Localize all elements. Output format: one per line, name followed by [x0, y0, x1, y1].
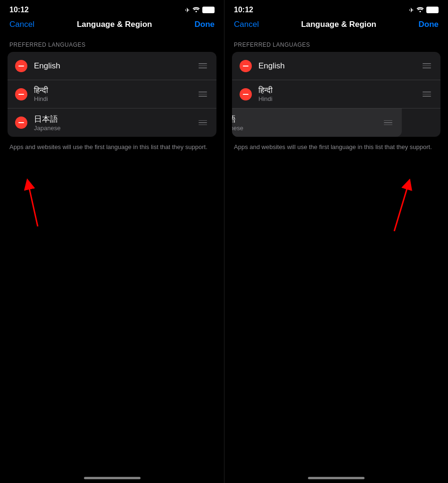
- hindi-name-primary-right: हिन्दी: [258, 86, 421, 95]
- wifi-icon-right: [416, 7, 424, 14]
- remove-hindi-right[interactable]: [240, 88, 252, 100]
- svg-point-0: [196, 11, 197, 12]
- battery-icon-right: 37: [426, 7, 439, 13]
- status-icons-right: ✈ 37: [409, 7, 439, 14]
- language-list-left: English हिन्दी Hindi 日: [8, 52, 216, 137]
- language-item-english-right[interactable]: English: [232, 52, 440, 80]
- done-button-right[interactable]: Done: [418, 20, 439, 29]
- hint-text-right: Apps and websites will use the first lan…: [224, 137, 448, 152]
- language-list-right: English हिन्दी Hindi 本: [232, 52, 440, 137]
- airplane-icon: ✈: [185, 7, 190, 14]
- japanese-name-secondary-right: apanese: [232, 125, 382, 132]
- drag-handle-hindi-right[interactable]: [421, 90, 433, 99]
- hindi-name-primary-left: हिन्दी: [34, 86, 197, 95]
- battery-icon-left: 37: [202, 7, 215, 13]
- japanese-name-primary-right: 本語: [232, 114, 382, 125]
- remove-english-left[interactable]: [15, 60, 27, 72]
- drag-handle-english-right[interactable]: [421, 61, 433, 70]
- japanese-name-primary-left: 日本語: [34, 114, 197, 125]
- language-item-hindi-right[interactable]: हिन्दी Hindi: [232, 80, 440, 108]
- status-icons-left: ✈ 37: [185, 7, 215, 14]
- home-indicator-right: [308, 477, 365, 479]
- hindi-name-secondary-left: Hindi: [34, 95, 197, 102]
- language-item-japanese-right[interactable]: 本語 apanese Delete: [232, 108, 402, 137]
- status-bar-right: 10:12 ✈ 37: [224, 0, 448, 17]
- english-name-left: English: [34, 61, 197, 71]
- section-header-left: PREFERRED LANGUAGES: [0, 34, 224, 52]
- cancel-button-right[interactable]: Cancel: [234, 20, 259, 29]
- language-item-japanese-left[interactable]: 日本語 Japanese: [8, 108, 216, 137]
- nav-bar-left: Cancel Language & Region Done: [0, 17, 224, 34]
- drag-handle-hindi-left[interactable]: [197, 90, 209, 99]
- status-time-left: 10:12: [9, 6, 29, 14]
- right-panel: 10:12 ✈ 37 Cancel Language & Region Done…: [224, 0, 448, 483]
- hindi-text-right: हिन्दी Hindi: [258, 86, 421, 102]
- nav-bar-right: Cancel Language & Region Done: [224, 17, 448, 34]
- english-text-left: English: [34, 61, 197, 71]
- english-name-right: English: [258, 61, 421, 71]
- drag-handle-english-left[interactable]: [197, 61, 209, 70]
- hindi-name-secondary-right: Hindi: [258, 95, 421, 102]
- hint-text-left: Apps and websites will use the first lan…: [0, 137, 224, 152]
- wifi-icon: [192, 7, 200, 14]
- status-time-right: 10:12: [234, 6, 253, 14]
- home-indicator-left: [84, 477, 141, 479]
- page-title-right: Language & Region: [301, 20, 376, 29]
- remove-japanese-left[interactable]: [15, 117, 27, 129]
- left-panel: 10:12 ✈ 37 Cancel Language & Region Done…: [0, 0, 224, 483]
- status-bar-left: 10:12 ✈ 37: [0, 0, 224, 17]
- language-item-hindi-left[interactable]: हिन्दी Hindi: [8, 80, 216, 108]
- japanese-text-right: 本語 apanese: [232, 114, 382, 132]
- japanese-name-secondary-left: Japanese: [34, 125, 197, 132]
- page-title-left: Language & Region: [77, 20, 152, 29]
- remove-hindi-left[interactable]: [15, 88, 27, 100]
- drag-handle-japanese-right[interactable]: [382, 118, 394, 127]
- english-text-right: English: [258, 61, 421, 71]
- done-button-left[interactable]: Done: [194, 20, 215, 29]
- section-header-right: PREFERRED LANGUAGES: [224, 34, 448, 52]
- hindi-text-left: हिन्दी Hindi: [34, 86, 197, 102]
- language-item-english-left[interactable]: English: [8, 52, 216, 80]
- cancel-button-left[interactable]: Cancel: [9, 20, 34, 29]
- drag-handle-japanese-left[interactable]: [197, 118, 209, 127]
- japanese-text-left: 日本語 Japanese: [34, 114, 197, 132]
- airplane-icon-right: ✈: [409, 7, 414, 14]
- remove-english-right[interactable]: [240, 60, 252, 72]
- svg-point-2: [420, 11, 421, 12]
